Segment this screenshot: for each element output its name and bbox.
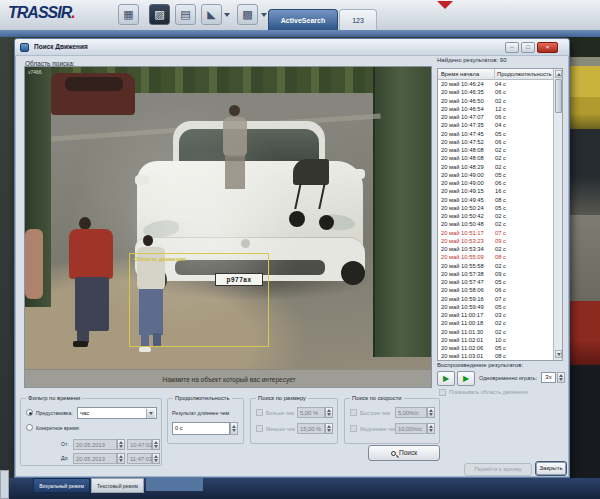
results-scrollbar[interactable] — [553, 69, 562, 360]
screens-icon[interactable]: ▦ — [118, 4, 139, 25]
result-row[interactable]: 20 май 10:49:4508 с — [438, 196, 553, 204]
search-button[interactable]: Поиск — [368, 445, 440, 461]
selection-close-icon[interactable]: × — [260, 254, 265, 263]
result-row[interactable]: 20 май 10:57:4705 с — [438, 278, 553, 286]
bigger-than-spinner[interactable] — [325, 407, 333, 418]
result-row[interactable]: 20 май 10:48:0802 с — [438, 154, 553, 162]
result-row[interactable]: 20 май 10:55:0908 с — [438, 253, 553, 261]
result-row[interactable]: 20 май 10:55:5802 с — [438, 262, 553, 270]
duration-value-field[interactable]: 0 с — [172, 422, 230, 435]
pointer-icon[interactable]: ◣ — [201, 4, 222, 25]
go-to-archive-button[interactable]: Перейти к архиву — [464, 463, 532, 476]
pedestrian-red-shirt[interactable] — [65, 217, 117, 347]
play-all-button[interactable]: ▶ — [457, 371, 475, 386]
slower-than-spinner[interactable] — [427, 423, 435, 434]
column-start-time[interactable]: Время начала — [438, 69, 495, 80]
show-motion-area-checkbox[interactable] — [439, 389, 446, 396]
pedestrian-by-car[interactable] — [221, 105, 251, 191]
dialog-titlebar[interactable]: Поиск Движения – □ × — [15, 39, 569, 56]
slower-than-value[interactable]: 10,00%/с — [395, 423, 427, 434]
result-row[interactable]: 20 май 10:46:2404 с — [438, 80, 553, 88]
smaller-than-checkbox[interactable] — [256, 425, 263, 432]
slower-than-checkbox[interactable] — [350, 425, 357, 432]
result-row[interactable]: 20 май 11:02:0605 с — [438, 344, 553, 352]
result-row[interactable]: 20 май 11:00:1703 с — [438, 311, 553, 319]
video-preview[interactable]: р977ах Область движения × v7466 Нажмите … — [24, 66, 432, 388]
faster-than-value[interactable]: 5,00%/с — [395, 407, 427, 418]
play-button[interactable]: ▶ — [437, 371, 455, 386]
schedule-icon[interactable]: ▩ — [237, 4, 258, 25]
specific-time-radio[interactable] — [26, 424, 33, 431]
tab-text-mode[interactable]: Текстовый режим — [91, 478, 144, 493]
duration-spinner[interactable] — [230, 422, 238, 435]
result-row[interactable]: 20 май 10:58:0606 с — [438, 286, 553, 294]
tab-visual-mode[interactable]: Визуальный режим — [33, 478, 90, 493]
preset-radio[interactable] — [26, 409, 33, 416]
edit-icon[interactable]: ▨ — [149, 4, 170, 25]
result-row[interactable]: 20 май 10:47:3504 с — [438, 121, 553, 129]
duration-filter-title: Продолжительность — [173, 395, 232, 401]
minimize-button[interactable]: – — [505, 42, 519, 53]
simultaneous-spinner[interactable] — [557, 372, 565, 383]
result-row[interactable]: 20 май 10:46:5002 с — [438, 97, 553, 105]
to-date-field[interactable]: 20.05.2013 — [73, 453, 117, 464]
close-button[interactable]: Закрыть — [535, 461, 567, 476]
result-row[interactable]: 20 май 11:03:0108 с — [438, 352, 553, 360]
result-row[interactable]: 20 май 10:47:5206 с — [438, 138, 553, 146]
result-row[interactable]: 20 май 10:49:0006 с — [438, 179, 553, 187]
selection-box[interactable]: Область движения × — [129, 253, 269, 347]
smaller-than-spinner[interactable] — [325, 423, 333, 434]
camera-overlay-text: v7466 — [28, 69, 42, 75]
to-time-spinner[interactable] — [152, 453, 160, 464]
scrollbar-thumb[interactable] — [555, 79, 562, 113]
from-time-spinner[interactable] — [152, 439, 160, 450]
scroll-down-icon[interactable] — [555, 350, 562, 358]
simultaneous-value-field[interactable]: 3x — [541, 372, 556, 383]
scroll-up-icon[interactable] — [555, 70, 562, 78]
result-row[interactable]: 20 май 10:47:0706 с — [438, 113, 553, 121]
result-row[interactable]: 20 май 10:51:1707 с — [438, 229, 553, 237]
result-row[interactable]: 20 май 10:49:0005 с — [438, 171, 553, 179]
result-row[interactable]: 20 май 10:53:2309 с — [438, 237, 553, 245]
bottom-left-scroll[interactable] — [0, 470, 9, 499]
bigger-than-checkbox[interactable] — [256, 409, 263, 416]
from-time-field[interactable]: 10:47:02 — [127, 439, 152, 450]
baby-stroller[interactable] — [287, 159, 339, 231]
result-row[interactable]: 20 май 10:50:4802 с — [438, 220, 553, 228]
result-row[interactable]: 20 май 10:49:1516 с — [438, 187, 553, 195]
column-duration[interactable]: Продолжительность — [495, 71, 552, 77]
preset-dropdown[interactable]: час — [77, 407, 157, 419]
tab-activesearch[interactable]: ActiveSearch — [268, 9, 338, 30]
result-row[interactable]: 20 май 11:01:3002 с — [438, 328, 553, 336]
trassir-screen: TRASSIR. ▦ ▨ ▤ ◣ ▩ ActiveSearch 123 Поис… — [0, 0, 600, 499]
dropdown-arrow-icon[interactable] — [146, 409, 155, 418]
faster-than-spinner[interactable] — [427, 407, 435, 418]
maximize-button[interactable]: □ — [521, 42, 535, 53]
result-row[interactable]: 20 май 11:00:1802 с — [438, 319, 553, 327]
result-row[interactable]: 20 май 10:48:2902 с — [438, 163, 553, 171]
to-date-spinner[interactable] — [117, 453, 125, 464]
result-row[interactable]: 20 май 10:48:0802 с — [438, 146, 553, 154]
smaller-than-value[interactable]: 15,00 % — [297, 423, 325, 434]
document-icon[interactable]: ▤ — [175, 4, 196, 25]
chevron-down-icon[interactable] — [224, 13, 230, 17]
to-time-field[interactable]: 11:47:02 — [127, 453, 152, 464]
bigger-than-value[interactable]: 5,00 % — [297, 407, 325, 418]
faster-than-checkbox[interactable] — [350, 409, 357, 416]
result-row[interactable]: 20 май 10:47:4505 с — [438, 130, 553, 138]
result-row[interactable]: 20 май 10:46:3506 с — [438, 88, 553, 96]
result-row[interactable]: 20 май 10:59:1607 с — [438, 295, 553, 303]
from-date-spinner[interactable] — [117, 439, 125, 450]
result-row[interactable]: 20 май 10:53:3402 с — [438, 245, 553, 253]
tab-123[interactable]: 123 — [339, 9, 377, 30]
from-date-field[interactable]: 20.05.2013 — [73, 439, 117, 450]
result-row[interactable]: 20 май 10:50:4202 с — [438, 212, 553, 220]
result-row[interactable]: 20 май 10:59:4905 с — [438, 303, 553, 311]
result-row[interactable]: 20 май 10:46:5412 с — [438, 105, 553, 113]
chevron-down-icon[interactable] — [261, 13, 267, 17]
close-window-button[interactable]: × — [537, 42, 558, 53]
result-row[interactable]: 20 май 10:57:3809 с — [438, 270, 553, 278]
result-row[interactable]: 20 май 11:02:0110 с — [438, 336, 553, 344]
results-table-header[interactable]: Время началаПродолжительность — [438, 69, 562, 80]
result-row[interactable]: 20 май 10:50:2405 с — [438, 204, 553, 212]
